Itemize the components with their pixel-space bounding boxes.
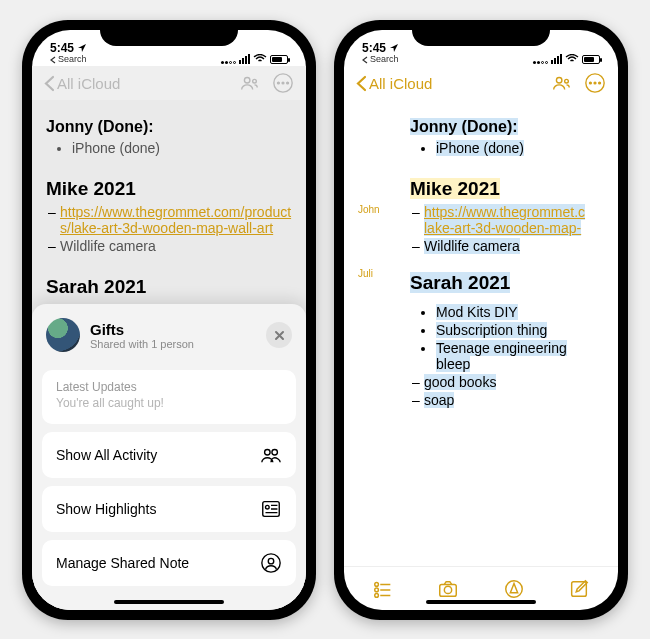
status-time: 5:45	[362, 42, 386, 54]
avatar	[46, 318, 80, 352]
svg-point-19	[375, 588, 379, 592]
show-highlights-button[interactable]: Show Highlights	[42, 486, 296, 532]
close-button[interactable]	[266, 322, 292, 348]
close-icon	[274, 330, 285, 341]
list-item: Mod Kits DIY	[436, 304, 604, 320]
battery-icon	[582, 55, 600, 64]
nav-header: All iCloud	[32, 66, 306, 100]
notch	[100, 20, 238, 46]
section-title: Jonny (Done):	[410, 118, 604, 136]
section-title: Mike 2021	[410, 178, 604, 200]
latest-updates-card: Latest Updates You're all caught up!	[42, 370, 296, 424]
home-indicator[interactable]	[114, 600, 224, 604]
signal-icon	[551, 54, 562, 64]
home-indicator[interactable]	[426, 600, 536, 604]
section-title: Sarah 2021	[46, 276, 292, 298]
more-icon[interactable]	[272, 72, 294, 94]
person-circle-icon	[260, 552, 282, 574]
svg-point-13	[565, 79, 569, 83]
list-item: Subscription thing	[436, 322, 604, 338]
manage-shared-note-button[interactable]: Manage Shared Note	[42, 540, 296, 586]
battery-icon	[270, 55, 288, 64]
cell-dots-icon	[221, 54, 236, 64]
signal-icon	[239, 54, 250, 64]
camera-icon[interactable]	[437, 578, 459, 600]
collaborate-icon[interactable]	[550, 72, 572, 94]
compose-icon[interactable]	[568, 578, 590, 600]
nav-header: All iCloud	[344, 66, 618, 100]
list-item: iPhone (done)	[436, 140, 604, 156]
chevron-left-icon	[356, 75, 367, 92]
list-item[interactable]: https://www.thegrommet.c lake-art-3d-woo…	[424, 204, 604, 236]
cell-dots-icon	[533, 54, 548, 64]
status-time: 5:45	[50, 42, 74, 54]
svg-point-20	[375, 593, 379, 597]
svg-point-0	[244, 78, 250, 84]
section-title: Jonny (Done):	[46, 118, 292, 136]
location-icon	[77, 43, 87, 53]
wifi-icon	[253, 54, 267, 64]
author-label: Juli	[358, 268, 373, 279]
svg-rect-24	[572, 581, 587, 596]
svg-point-10	[262, 554, 280, 572]
svg-point-5	[287, 82, 289, 84]
more-icon[interactable]	[584, 72, 606, 94]
show-all-activity-button[interactable]: Show All Activity	[42, 432, 296, 478]
search-breadcrumb[interactable]: Search	[50, 55, 87, 64]
svg-point-18	[375, 582, 379, 586]
back-button[interactable]: All iCloud	[356, 75, 432, 92]
share-sheet: Gifts Shared with 1 person Latest Update…	[32, 304, 306, 610]
section-title: Mike 2021	[46, 178, 292, 200]
svg-point-11	[268, 558, 274, 564]
back-button[interactable]: All iCloud	[44, 75, 120, 92]
svg-point-1	[253, 79, 257, 83]
section-title: Sarah 2021	[410, 272, 604, 294]
list-item: Wildlife camera	[60, 238, 292, 254]
list-item: good books	[424, 374, 604, 390]
list-item: iPhone (done)	[72, 140, 292, 156]
svg-point-15	[590, 82, 592, 84]
list-item: soap	[424, 392, 604, 408]
checklist-icon[interactable]	[372, 578, 394, 600]
notch	[412, 20, 550, 46]
chevron-left-icon	[44, 75, 55, 92]
note-content-highlighted[interactable]: Jonny (Done): iPhone (done) John Mike 20…	[344, 100, 618, 566]
svg-point-9	[266, 505, 270, 509]
list-item: Teenage engineering bleep	[436, 340, 604, 372]
wifi-icon	[565, 54, 579, 64]
list-item: Wildlife camera	[424, 238, 604, 254]
author-label: John	[358, 204, 380, 215]
sheet-title: Gifts	[90, 321, 256, 338]
phone-left: 5:45 Search All iCloud	[22, 20, 316, 620]
svg-point-6	[265, 450, 271, 456]
search-breadcrumb[interactable]: Search	[362, 55, 399, 64]
highlights-icon	[260, 498, 282, 520]
sheet-subtitle: Shared with 1 person	[90, 338, 256, 350]
svg-point-12	[556, 78, 562, 84]
list-item[interactable]: https://www.thegrommet.com/products/lake…	[60, 204, 292, 236]
svg-point-22	[445, 586, 452, 593]
svg-point-16	[594, 82, 596, 84]
phone-right: 5:45 Search All iCloud	[334, 20, 628, 620]
svg-point-3	[278, 82, 280, 84]
svg-point-4	[282, 82, 284, 84]
collaborate-icon[interactable]	[238, 72, 260, 94]
svg-point-7	[272, 450, 278, 456]
markup-icon[interactable]	[503, 578, 525, 600]
people-icon	[260, 444, 282, 466]
svg-point-17	[599, 82, 601, 84]
location-icon	[389, 43, 399, 53]
